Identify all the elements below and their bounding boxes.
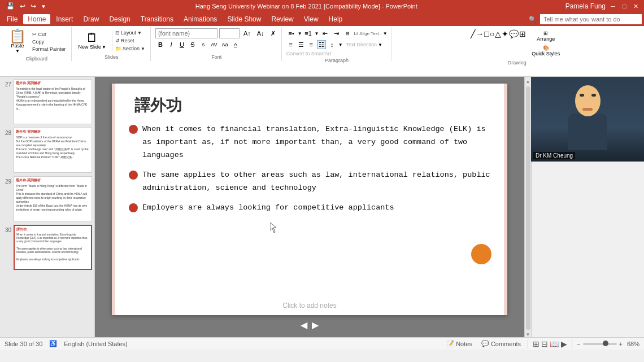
- bullet-list-button[interactable]: ≡•: [286, 28, 297, 38]
- menu-home[interactable]: Home: [23, 14, 50, 24]
- align-text-dropdown[interactable]: ▼: [383, 31, 388, 36]
- zoom-in-icon[interactable]: +: [619, 341, 623, 347]
- align-right-button[interactable]: ≡: [307, 40, 316, 49]
- shape-star[interactable]: ✦: [502, 29, 508, 38]
- zoom-track[interactable]: [583, 343, 617, 345]
- font-color-button[interactable]: A: [230, 40, 241, 50]
- minimize-button[interactable]: ─: [609, 2, 617, 10]
- paste-dropdown-icon[interactable]: ▼: [15, 49, 20, 54]
- menu-file[interactable]: File: [2, 14, 22, 24]
- accessibility-icon[interactable]: ♿: [49, 340, 57, 347]
- align-left-button[interactable]: ≡: [286, 40, 295, 49]
- zoom-thumb[interactable]: [603, 341, 608, 346]
- slide-title[interactable]: 譯外功: [134, 95, 182, 116]
- text-direction-dropdown[interactable]: ▼: [378, 42, 382, 47]
- close-button[interactable]: ✕: [632, 2, 639, 10]
- bullet-text-2[interactable]: The same applies to other areas such as …: [142, 169, 490, 195]
- tell-me-input[interactable]: [540, 14, 642, 24]
- char-spacing-button[interactable]: AV: [209, 40, 219, 50]
- scroll-thumb[interactable]: [526, 86, 530, 330]
- presentation-button[interactable]: ▶: [561, 339, 567, 348]
- slide-thumb-27[interactable]: 27 題外功·英詞解析 Renminbi is the legal tender…: [2, 79, 92, 124]
- text-direction-button[interactable]: ⊟: [342, 28, 353, 38]
- shape-line[interactable]: ╱: [471, 29, 475, 38]
- font-name-input[interactable]: [155, 28, 217, 38]
- slide-sorter-button[interactable]: ⊟: [541, 339, 548, 348]
- bullet-text-3[interactable]: Employers are always looking for competi…: [142, 202, 490, 215]
- notes-button[interactable]: 📝 Notes: [444, 339, 475, 348]
- shape-more[interactable]: ⊞: [519, 29, 526, 38]
- copy-button[interactable]: Copy: [31, 38, 68, 45]
- vertical-scrollbar[interactable]: ▲ ▼: [524, 77, 531, 337]
- menu-draw[interactable]: Draw: [79, 14, 103, 24]
- menu-review[interactable]: Review: [267, 14, 298, 24]
- comments-button[interactable]: 💬 Comments: [479, 339, 523, 348]
- reading-view-button[interactable]: 📖: [550, 339, 559, 348]
- section-button[interactable]: 📁Section▼: [114, 45, 147, 52]
- slide-29-preview[interactable]: 題外功·英詞解析 The term "Made in Hong Kong" is…: [14, 176, 92, 221]
- shape-callout[interactable]: 💬: [509, 29, 519, 38]
- slide-28-preview[interactable]: 題外功·英詞解析 GDP is a measure of the size of…: [14, 128, 92, 173]
- zoom-out-icon[interactable]: −: [577, 341, 580, 347]
- align-center-button[interactable]: ☰: [297, 40, 306, 49]
- zoom-slider[interactable]: − +: [577, 341, 623, 347]
- menu-help[interactable]: Help: [324, 14, 347, 24]
- numbered-list-button[interactable]: ≡1: [303, 28, 314, 38]
- menu-slideshow[interactable]: Slide Show: [223, 14, 266, 24]
- slide-thumb-28[interactable]: 28 題外功·英詞解析 GDP is a measure of the size…: [2, 128, 92, 173]
- normal-view-button[interactable]: ⊞: [533, 339, 539, 348]
- layout-button[interactable]: ⊟Layout▼: [114, 29, 147, 36]
- bullet-text-1[interactable]: When it comes to financial translation, …: [142, 123, 490, 162]
- arrange-button[interactable]: ⊞ Arrange: [528, 29, 563, 43]
- decrease-indent-button[interactable]: ⇤: [320, 28, 330, 38]
- increase-font-size-button[interactable]: A↑: [241, 28, 253, 38]
- line-spacing-dropdown[interactable]: ▼: [338, 42, 343, 47]
- shape-rect[interactable]: □: [484, 29, 489, 38]
- menu-transitions[interactable]: Transitions: [136, 14, 178, 24]
- shadow-button[interactable]: s: [198, 40, 208, 50]
- new-slide-button[interactable]: 🗒 New Slide ▼: [76, 30, 108, 51]
- scroll-up-button[interactable]: ▲: [526, 79, 530, 84]
- slide-thumb-29[interactable]: 29 題外功·英詞解析 The term "Made in Hong Kong"…: [2, 176, 92, 221]
- quick-styles-button[interactable]: 🎨 Quick Styles: [528, 44, 563, 58]
- click-to-add-notes[interactable]: Click to add notes: [112, 302, 507, 309]
- menu-view[interactable]: View: [299, 14, 323, 24]
- zoom-percent[interactable]: 68%: [627, 341, 639, 347]
- prev-slide-button[interactable]: ◀: [301, 320, 307, 330]
- format-painter-button[interactable]: Format Painter: [31, 46, 68, 53]
- slide-27-preview[interactable]: 題外功·英詞解析 Renminbi is the legal tender of…: [14, 79, 92, 124]
- numbered-dropdown[interactable]: ▼: [315, 31, 319, 36]
- clear-format-button[interactable]: ✗: [268, 28, 278, 38]
- slide-30-preview[interactable]: 譯外功 When it comes to financial translati…: [14, 225, 92, 270]
- paste-button[interactable]: 📋 Paste ▼: [6, 28, 29, 55]
- case-button[interactable]: Aa: [220, 40, 230, 50]
- bullet-dropdown[interactable]: ▼: [298, 31, 302, 36]
- menu-animations[interactable]: Animations: [179, 14, 221, 24]
- scroll-down-button[interactable]: ▼: [526, 332, 530, 337]
- cut-button[interactable]: ✂ Cut: [31, 31, 68, 38]
- reset-button[interactable]: ↺Reset: [114, 37, 147, 44]
- increase-indent-button[interactable]: ⇥: [331, 28, 341, 38]
- bold-button[interactable]: B: [155, 40, 166, 50]
- shape-arrow[interactable]: →: [476, 29, 484, 38]
- slide-thumb-30[interactable]: 30 譯外功 When it comes to financial transl…: [2, 225, 92, 270]
- menu-design[interactable]: Design: [105, 14, 134, 24]
- save-icon[interactable]: 💾: [5, 2, 16, 10]
- undo-icon[interactable]: ↩: [18, 2, 27, 10]
- menu-insert[interactable]: Insert: [51, 14, 77, 24]
- shape-circle[interactable]: ○: [490, 29, 494, 38]
- maximize-button[interactable]: □: [620, 2, 628, 10]
- slide-editor[interactable]: 譯外功 When it comes to financial translati…: [95, 77, 524, 337]
- new-slide-dropdown[interactable]: ▼: [102, 45, 106, 50]
- decrease-font-size-button[interactable]: A↓: [255, 28, 267, 38]
- italic-button[interactable]: I: [166, 40, 176, 50]
- redo-icon[interactable]: ↪: [29, 2, 38, 10]
- next-slide-button[interactable]: ▶: [312, 320, 319, 330]
- font-size-input[interactable]: 28: [219, 28, 240, 38]
- underline-button[interactable]: U: [177, 40, 187, 50]
- shape-triangle[interactable]: △: [495, 29, 501, 38]
- strikethrough-button[interactable]: S: [188, 40, 198, 50]
- line-spacing-button[interactable]: ↕: [327, 40, 337, 50]
- customize-icon[interactable]: ▼: [40, 3, 47, 10]
- justify-button[interactable]: ☷: [317, 40, 326, 49]
